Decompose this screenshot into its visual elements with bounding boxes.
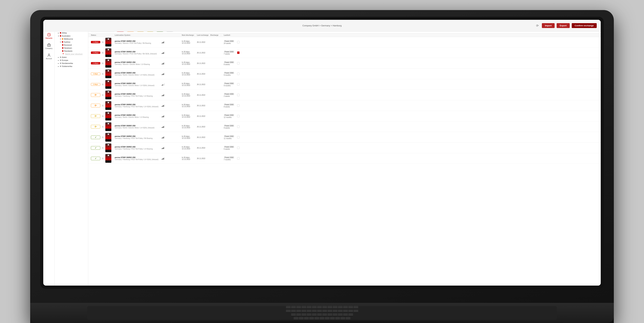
row-checkbox[interactable] xyxy=(237,136,240,138)
export-button[interactable]: Export xyxy=(556,23,570,28)
tree-item-afrika[interactable]: ▸ Afrika xyxy=(55,31,88,34)
last-exchange-cell: 26.11.2022 xyxy=(197,115,210,117)
system-location: Germany / Hamburg / PGS Teli-Pulley / Bi… xyxy=(115,137,162,139)
key[interactable] xyxy=(343,313,348,316)
checkbox-cell[interactable] xyxy=(237,157,244,160)
tree-item-randwick[interactable]: Randwick xyxy=(55,50,88,53)
key[interactable] xyxy=(296,306,301,309)
key[interactable] xyxy=(302,309,306,312)
row-checkbox[interactable] xyxy=(237,62,240,65)
key[interactable] xyxy=(307,306,312,309)
key[interactable] xyxy=(322,306,327,309)
col-header-laufzeit[interactable]: Laufzeit ↕ xyxy=(224,34,237,36)
key[interactable] xyxy=(338,306,343,309)
row-checkbox[interactable] xyxy=(237,94,240,96)
key[interactable] xyxy=(317,313,322,316)
key[interactable] xyxy=(302,306,306,309)
checkbox-cell[interactable] xyxy=(237,126,244,128)
sidebar-item-account[interactable]: Account xyxy=(43,51,54,62)
signal-bar xyxy=(163,126,164,128)
col-header-system[interactable]: Lubrication System ↕ xyxy=(115,34,162,36)
checkbox-cell[interactable] xyxy=(237,52,244,54)
key[interactable] xyxy=(286,309,291,312)
tree-item-asien[interactable]: ▸ Asien xyxy=(55,56,88,59)
tree-item-nordamerika[interactable]: ▸ Nordamerika xyxy=(55,62,88,65)
tree-item-suedamerika[interactable]: ▸ Südamerika xyxy=(55,65,88,68)
refresh-icon[interactable]: ⟳ xyxy=(535,23,540,28)
key[interactable] xyxy=(307,309,312,312)
col-header-status[interactable]: Status ↕ xyxy=(91,34,100,36)
key[interactable] xyxy=(348,309,353,312)
tree-item-burwood[interactable]: Burwood xyxy=(55,44,88,47)
col-header-next[interactable]: Next discharge ↕ xyxy=(182,34,197,36)
key[interactable] xyxy=(296,309,301,312)
checkbox-cell[interactable] xyxy=(237,73,244,75)
sidebar-item-startseite[interactable]: Startseite xyxy=(43,31,54,41)
key[interactable] xyxy=(291,309,296,312)
key[interactable] xyxy=(333,306,338,309)
checkbox-cell[interactable] xyxy=(237,62,244,65)
row-checkbox[interactable] xyxy=(237,126,240,128)
key[interactable] xyxy=(322,313,327,316)
system-name: perma STAR VARIO 250 xyxy=(115,125,162,127)
row-checkbox[interactable] xyxy=(237,157,240,160)
sidebar-item-company[interactable]: Company xyxy=(43,41,54,51)
col-header-last[interactable]: Last exchange xyxy=(197,34,210,36)
key[interactable] xyxy=(317,306,322,309)
col-header-discharge[interactable]: Discharge xyxy=(210,34,224,36)
key[interactable] xyxy=(343,306,348,309)
key[interactable] xyxy=(291,313,296,316)
row-checkbox[interactable] xyxy=(237,83,240,86)
key[interactable] xyxy=(328,309,332,312)
tree-item-sydney[interactable]: ▾ Sydney xyxy=(55,41,88,44)
key[interactable] xyxy=(333,313,338,316)
key[interactable] xyxy=(312,309,317,312)
key[interactable] xyxy=(286,306,291,309)
signal-bars xyxy=(162,115,182,117)
key[interactable] xyxy=(312,313,317,316)
key[interactable] xyxy=(348,306,353,309)
row-checkbox[interactable] xyxy=(237,52,240,54)
key[interactable] xyxy=(354,306,358,309)
row-checkbox[interactable] xyxy=(237,73,240,75)
checkbox-cell[interactable] xyxy=(237,104,244,107)
checkbox-cell[interactable] xyxy=(237,147,244,149)
key[interactable] xyxy=(307,313,312,316)
checkbox-cell[interactable] xyxy=(237,136,244,138)
checkbox-cell[interactable] xyxy=(237,94,244,96)
key[interactable] xyxy=(312,306,317,309)
tree-item-new-structure[interactable]: 📍 Name your structure xyxy=(55,53,88,56)
key[interactable] xyxy=(322,309,327,312)
row-checkbox[interactable] xyxy=(237,104,240,107)
import-button[interactable]: Import xyxy=(542,23,554,28)
checkbox-cell[interactable] xyxy=(237,83,244,86)
row-checkbox[interactable] xyxy=(237,41,240,43)
tree-item-newtown[interactable]: Newtown xyxy=(55,47,88,50)
key[interactable] xyxy=(333,309,338,312)
next-date-line1: In 26 days xyxy=(182,40,197,42)
key[interactable] xyxy=(317,309,322,312)
row-checkbox[interactable] xyxy=(237,115,240,117)
key[interactable] xyxy=(343,309,348,312)
key[interactable] xyxy=(328,313,332,316)
signal-bar xyxy=(162,64,162,65)
key[interactable] xyxy=(291,306,296,309)
next-date-line1: In 26 days xyxy=(182,157,197,158)
signal-bars xyxy=(162,126,182,128)
status-dot-australien xyxy=(60,35,61,37)
duration-label: 9 months xyxy=(224,74,237,76)
tree-item-europa[interactable]: ▸ Europa xyxy=(55,59,88,62)
confirm-exchange-button[interactable]: Confirm exchange xyxy=(572,23,597,28)
key[interactable] xyxy=(338,309,343,312)
checkbox-cell[interactable] xyxy=(237,115,244,117)
key[interactable] xyxy=(296,313,301,316)
key[interactable] xyxy=(354,309,358,312)
tree-item-australien[interactable]: ▾ Australien xyxy=(55,34,88,38)
row-checkbox[interactable] xyxy=(237,147,240,149)
key[interactable] xyxy=(338,313,343,316)
key[interactable] xyxy=(302,313,306,316)
checkbox-cell[interactable] xyxy=(237,41,244,43)
tree-item-melbourne[interactable]: ▾ Melbourne xyxy=(55,38,88,41)
key[interactable] xyxy=(328,306,332,309)
key[interactable] xyxy=(348,313,353,316)
